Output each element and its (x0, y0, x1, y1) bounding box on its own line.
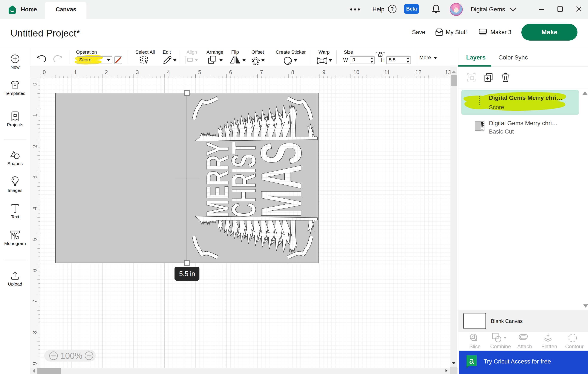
svg-text:5: 5 (198, 69, 201, 75)
svg-text:12: 12 (415, 69, 421, 75)
svg-text:2: 2 (32, 145, 38, 148)
svg-text:13: 13 (445, 69, 451, 75)
svg-text:7: 7 (32, 300, 38, 303)
svg-text:in: in (190, 270, 195, 278)
svg-text:4: 4 (32, 207, 38, 210)
svg-text:2: 2 (105, 69, 108, 75)
svg-text:8: 8 (291, 69, 294, 75)
svg-text:10: 10 (353, 69, 359, 75)
svg-text:100%: 100% (60, 351, 82, 361)
svg-text:a: a (469, 356, 474, 365)
svg-text:9: 9 (322, 69, 325, 75)
svg-text:11: 11 (384, 69, 390, 75)
svg-text:5: 5 (32, 238, 38, 241)
svg-text:MAS: MAS (249, 142, 313, 218)
svg-text:4: 4 (167, 69, 170, 75)
svg-text:1: 1 (74, 69, 77, 75)
svg-text:3: 3 (136, 69, 139, 75)
svg-text:7: 7 (260, 69, 263, 75)
svg-text:6: 6 (32, 269, 38, 272)
svg-text:0: 0 (32, 83, 38, 86)
svg-text:5.5: 5.5 (179, 270, 188, 278)
svg-text:8: 8 (32, 331, 38, 334)
svg-text:?: ? (391, 6, 394, 12)
svg-text:0: 0 (43, 69, 46, 75)
svg-text:1: 1 (32, 114, 38, 117)
svg-text:6: 6 (229, 69, 232, 75)
svg-text:9: 9 (32, 362, 38, 365)
svg-text:3: 3 (32, 176, 38, 179)
